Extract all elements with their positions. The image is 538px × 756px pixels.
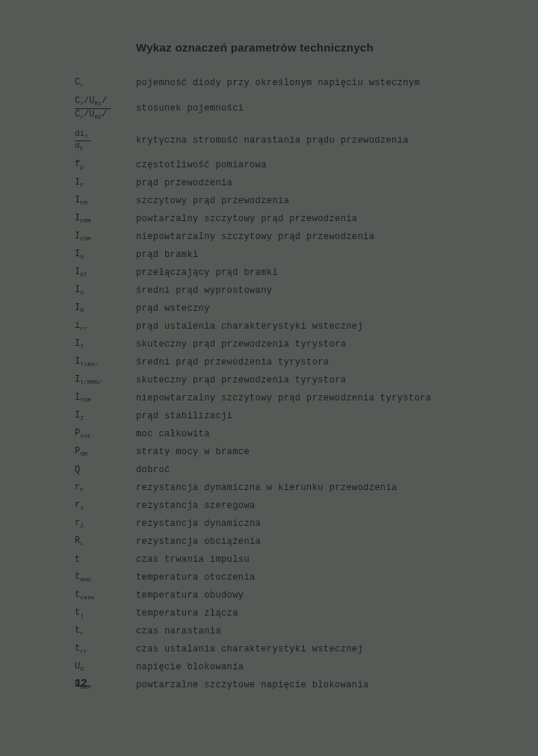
parameter-symbol: IG xyxy=(75,249,136,260)
parameter-symbol: IT/AV/ xyxy=(75,356,136,368)
parameter-symbol: ITSM xyxy=(75,392,136,403)
parameter-symbol: IZ xyxy=(75,410,136,421)
parameter-description: przełączający prąd bramki xyxy=(136,267,278,278)
parameter-symbol: tcase xyxy=(75,589,136,601)
parameter-description: moc całkowita xyxy=(136,429,210,439)
parameter-description: temperatura złącza xyxy=(136,608,238,619)
parameter-symbol: IF xyxy=(75,177,136,188)
parameter-description: skuteczny prąd przewodzenia tyrystora xyxy=(136,375,346,385)
parameter-description: pojemność diody przy określonym napięciu… xyxy=(136,78,420,88)
parameter-symbol: IFSM xyxy=(75,231,136,242)
entry-row: IFSMniepowtarzalny szczytowy prąd przewo… xyxy=(75,230,493,244)
parameter-description: rezystancja szeregowa xyxy=(136,501,256,511)
parameter-description: średni prąd przewodzenia tyrystora xyxy=(136,357,329,368)
parameter-symbol: IT/RMS/ xyxy=(75,374,136,385)
parameter-symbol: trr xyxy=(75,643,136,654)
parameter-symbol: IR xyxy=(75,303,136,314)
page-title: Wykaz oznaczeń parametrów technicznych xyxy=(136,41,493,54)
parameter-description: skuteczny prąd przewodzenia tyrystora xyxy=(136,339,346,350)
parameter-symbol: IFM xyxy=(75,195,136,206)
entry-row: tjtemperatura złącza xyxy=(75,607,493,620)
parameter-description: średni prąd wyprostowany xyxy=(136,285,272,296)
parameter-description: prąd stabilizacji xyxy=(136,411,232,421)
parameter-symbol: IO xyxy=(75,285,136,296)
parameter-symbol: tamb xyxy=(75,571,136,583)
entry-row: IGprąd bramki xyxy=(75,248,493,261)
parameter-description: prąd wsteczny xyxy=(136,303,210,314)
parameter-description: temperatura obudowy xyxy=(136,590,244,601)
entries-list: Crpojemność diody przy określonym napięc… xyxy=(75,76,493,692)
entry-row: trczas narastania xyxy=(75,625,493,638)
entry-row: IT/RMS/skuteczny prąd przewodzenia tyrys… xyxy=(75,374,493,387)
scanned-page: Wykaz oznaczeń parametrów technicznych C… xyxy=(0,0,538,756)
parameter-symbol: rZ xyxy=(75,518,136,529)
parameter-description: niepowtarzalny szczytowy prąd przewodzen… xyxy=(136,393,431,403)
parameter-description: rezystancja obciążenia xyxy=(136,536,261,547)
entry-row: diTdtkrytyczna stromość narastania prądu… xyxy=(75,127,493,154)
entry-row: IFRMpowtarzalny szczytowy prąd przewodze… xyxy=(75,212,493,226)
entry-row: IGTprzełączający prąd bramki xyxy=(75,266,493,279)
page-number: 12 xyxy=(75,676,87,689)
parameter-description: niepowtarzalny szczytowy prąd przewodzen… xyxy=(136,232,374,242)
entry-row: IRprąd wsteczny xyxy=(75,302,493,315)
parameter-description: rezystancja dynamiczna xyxy=(136,518,261,529)
entry-row: tcasetemperatura obudowy xyxy=(75,589,493,602)
entry-row: IZprąd stabilizacji xyxy=(75,409,493,423)
parameter-description: powtarzalny szczytowy prąd przewodzenia xyxy=(136,214,357,224)
entry-row: fpczęstotliwość pomiarowa xyxy=(75,158,493,172)
parameter-description: krytyczna stromość narastania prądu prze… xyxy=(136,135,409,146)
entry-row: ITSMniepowtarzalny szczytowy prąd przewo… xyxy=(75,391,493,405)
parameter-symbol: Cr/UR1/Cr/UR2/ xyxy=(75,94,136,123)
entry-row: rsrezystancja szeregowa xyxy=(75,499,493,512)
parameter-symbol: rF xyxy=(75,482,136,493)
parameter-symbol: Q xyxy=(75,465,136,475)
parameter-description: rezystancja dynamiczna w kierunku przewo… xyxy=(136,483,398,493)
parameter-symbol: tr xyxy=(75,625,136,636)
parameter-description: czas ustalania charakterystyki wstecznej xyxy=(136,644,363,654)
parameter-symbol: t xyxy=(75,554,136,565)
entry-row: Qdobroć xyxy=(75,463,493,477)
parameter-symbol: rs xyxy=(75,500,136,511)
entry-row: tczas trwania impulsu xyxy=(75,553,493,566)
parameter-description: straty mocy w bramce xyxy=(136,447,250,457)
entry-row: rFrezystancja dynamiczna w kierunku prze… xyxy=(75,481,493,495)
entry-row: RLrezystancja obciążenia xyxy=(75,535,493,548)
entry-row: IT/AV/średni prąd przewodzenia tyrystora xyxy=(75,356,493,369)
parameter-description: czas trwania impulsu xyxy=(136,554,250,565)
entry-row: Ptotmoc całkowita xyxy=(75,427,493,441)
parameter-description: temperatura otoczenia xyxy=(136,572,256,583)
parameter-symbol: fp xyxy=(75,159,136,170)
entry-row: IFMszczytowy prąd przewodzenia xyxy=(75,194,493,208)
parameter-description: szczytowy prąd przewodzenia xyxy=(136,196,289,206)
entry-row: irrprąd ustalenia charakterystyki wstecz… xyxy=(75,320,493,333)
entry-row: PGMstraty mocy w bramce xyxy=(75,445,493,459)
entry-row: Cr/UR1/Cr/UR2/stosunek pojemności xyxy=(75,94,493,123)
entry-row: IOśredni prąd wyprostowany xyxy=(75,284,493,297)
entry-row: tambtemperatura otoczenia xyxy=(75,571,493,584)
parameter-description: stosunek pojemności xyxy=(136,103,244,114)
parameter-symbol: IFRM xyxy=(75,213,136,224)
parameter-symbol: Cr xyxy=(75,77,136,88)
entry-row: IFprąd przewodzenia xyxy=(75,176,493,190)
entry-row: UDRMpowtarzalne szczytowe napięcie bloko… xyxy=(75,678,493,692)
parameter-description: prąd bramki xyxy=(136,250,199,260)
parameter-description: prąd przewodzenia xyxy=(136,178,232,188)
parameter-symbol: tj xyxy=(75,607,136,619)
parameter-symbol: PGM xyxy=(75,446,136,457)
parameter-description: napięcie blokowania xyxy=(136,662,244,672)
parameter-description: częstotliwość pomiarowa xyxy=(136,160,267,170)
parameter-description: dobroć xyxy=(136,465,170,475)
parameter-symbol: Ptot xyxy=(75,428,136,439)
parameter-symbol: IT xyxy=(75,338,136,350)
parameter-symbol: IGT xyxy=(75,267,136,278)
parameter-description: czas narastania xyxy=(136,626,221,636)
entry-row: UDnapięcie blokowania xyxy=(75,660,493,674)
parameter-symbol: diTdt xyxy=(75,127,136,154)
entry-row: ITskuteczny prąd przewodzenia tyrystora xyxy=(75,338,493,351)
parameter-description: powtarzalne szczytowe napięcie blokowani… xyxy=(136,680,369,690)
parameter-description: prąd ustalenia charakterystyki wstecznej xyxy=(136,321,363,332)
parameter-symbol: RL xyxy=(75,536,136,547)
entry-row: Crpojemność diody przy określonym napięc… xyxy=(75,76,493,90)
parameter-symbol: irr xyxy=(75,320,136,332)
parameter-symbol: UD xyxy=(75,661,136,672)
